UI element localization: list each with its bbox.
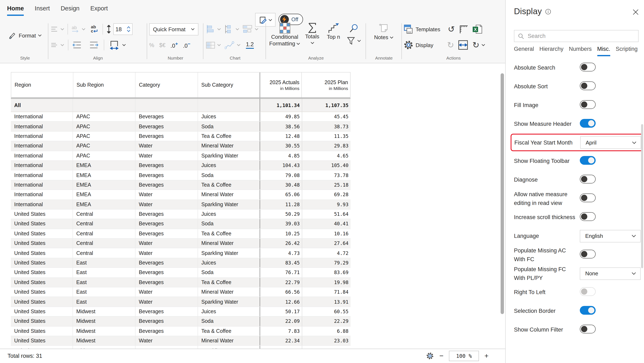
column-header-sub-category[interactable]: Sub Category <box>198 72 260 97</box>
font-size-spinner[interactable] <box>127 26 130 32</box>
display-button[interactable]: Display <box>404 40 433 50</box>
column-header-2025-plan[interactable]: 2025 Planin Millions <box>302 72 350 97</box>
table-row[interactable]: InternationalAPACWaterMineral Water30.55… <box>11 141 350 151</box>
table-row[interactable]: United StatesEastBeveragesJuices83.4579.… <box>11 258 350 268</box>
currency-format-button[interactable]: $€ <box>159 42 166 48</box>
totals-button[interactable]: Totals <box>302 22 323 44</box>
panel-tab-scripting[interactable]: Scripting <box>616 46 638 56</box>
table-row[interactable]: United StatesCentralBeveragesTea & Coffe… <box>11 229 350 239</box>
toggle-allow-native-measure-editing-in-read-view[interactable] <box>580 193 596 202</box>
table-row[interactable]: InternationalAPACBeveragesJuices49.8545.… <box>11 112 350 122</box>
table-row[interactable]: United StatesMidwestWaterSparkling Water… <box>11 346 350 349</box>
zoom-level-box[interactable]: 100 % <box>449 351 479 361</box>
table-row[interactable]: United StatesMidwestWaterMineral Water22… <box>11 336 350 346</box>
toggle-show-floating-toolbar[interactable] <box>580 156 596 165</box>
toggle-show-column-filter[interactable] <box>580 325 596 333</box>
toggle-populate-missing-ac-with-fc[interactable] <box>580 250 596 258</box>
font-size-input[interactable]: 18 <box>114 23 132 35</box>
tab-insert[interactable]: Insert <box>35 5 50 16</box>
column-header-region[interactable]: Region <box>11 72 73 97</box>
conditional-formatting-button[interactable]: Conditional Formatting <box>268 22 302 47</box>
bar-chart-type-button[interactable] <box>206 25 221 33</box>
table-layout-button[interactable] <box>206 41 221 48</box>
panel-tab-hierarchy[interactable]: Hierarchy <box>540 46 564 56</box>
notes-button[interactable]: Notes <box>368 22 400 41</box>
indent-increase-button[interactable] <box>89 41 99 49</box>
panel-scrollbar[interactable] <box>641 124 643 268</box>
table-row[interactable]: United StatesEastBeveragesTea & Coffee22… <box>11 278 350 287</box>
toggle-absolute-sort[interactable] <box>580 81 596 90</box>
vertical-align-button[interactable] <box>51 42 64 47</box>
excel-export-button[interactable]: X <box>472 24 482 34</box>
refresh-button[interactable]: ↻ <box>472 40 486 50</box>
panel-tab-numbers[interactable]: Numbers <box>569 46 592 56</box>
table-row[interactable]: United StatesEastWaterSparkling Water12.… <box>11 297 350 307</box>
panel-tab-misc[interactable]: Misc. <box>597 46 610 56</box>
search-data-button[interactable] <box>349 24 358 33</box>
table-row[interactable]: InternationalAPACBeveragesSoda38.5638.73 <box>11 122 350 132</box>
tab-design[interactable]: Design <box>61 5 80 16</box>
decrease-decimal-button[interactable]: .0− <box>183 41 190 49</box>
table-row[interactable]: United StatesCentralWaterMineral Water26… <box>11 239 350 249</box>
tab-home[interactable]: Home <box>7 5 24 16</box>
table-row[interactable]: United StatesMidwestBeveragesJuices50.17… <box>11 307 350 317</box>
table-row[interactable]: United StatesCentralBeveragesSoda39.0340… <box>11 219 350 229</box>
table-row[interactable]: InternationalEMEABeveragesSoda79.0873.78 <box>11 171 350 180</box>
waterfall-chart-type-button[interactable] <box>224 24 239 34</box>
filter-button[interactable] <box>347 37 361 45</box>
table-row[interactable]: InternationalEMEAWaterMineral Water65.06… <box>11 190 350 200</box>
table-row[interactable]: United StatesCentralBeveragesJuices50.29… <box>11 210 350 219</box>
toggle-show-measure-header[interactable] <box>580 119 596 127</box>
horizontal-align-button[interactable] <box>51 26 64 32</box>
close-panel-button[interactable] <box>633 9 638 15</box>
table-row[interactable]: United StatesCentralWaterSparkling Water… <box>11 249 350 258</box>
undo-button[interactable]: ↺ <box>448 24 455 34</box>
table-row[interactable]: InternationalEMEABeveragesJuices104.4310… <box>11 161 350 171</box>
indent-decrease-button[interactable] <box>72 41 82 49</box>
table-row[interactable]: United StatesEastWaterMineral Water66.56… <box>11 287 350 297</box>
dropdown-fiscal-year-start-month[interactable]: April <box>580 136 641 149</box>
zoom-in-button[interactable]: + <box>484 352 488 360</box>
line-chart-type-button[interactable] <box>225 41 240 49</box>
info-icon[interactable] <box>545 8 551 14</box>
row-height-button[interactable] <box>107 25 111 33</box>
toggle-diagnose[interactable] <box>580 175 596 183</box>
panel-tab-general[interactable]: General <box>514 46 534 56</box>
column-header-category[interactable]: Category <box>135 72 198 97</box>
wrap-text-button[interactable]: abc <box>90 24 99 34</box>
templates-button[interactable]: Templates <box>404 24 440 34</box>
table-scrollbar[interactable] <box>500 73 504 314</box>
table-row[interactable]: United StatesMidwestBeveragesTea & Coffe… <box>11 326 350 336</box>
column-header-sub-region[interactable]: Sub Region <box>73 72 135 97</box>
dropdown-populate-missing-fc-with-pl-py[interactable]: None <box>580 267 641 280</box>
settings-gear-button[interactable] <box>426 352 434 360</box>
zoom-out-button[interactable]: − <box>439 352 444 360</box>
small-multiples-button[interactable] <box>242 25 258 33</box>
toggle-selection-border[interactable] <box>580 306 596 315</box>
increase-decimal-button[interactable]: .0+ <box>170 41 178 49</box>
quick-format-dropdown[interactable]: Quick Format <box>149 23 198 35</box>
cell-padding-button[interactable] <box>109 39 126 50</box>
tab-export[interactable]: Export <box>90 5 108 16</box>
table-row[interactable]: United StatesMidwestBeveragesSoda22.0922… <box>11 317 350 326</box>
format-button[interactable]: Format <box>3 22 47 49</box>
top-n-button[interactable]: Top n <box>323 22 344 40</box>
decimals-button[interactable]: 1.2 <box>246 41 254 49</box>
table-total-row[interactable]: All1,101.341,107.35 <box>11 99 350 112</box>
table-row[interactable]: United StatesEastBeveragesSoda76.7183.69 <box>11 268 350 278</box>
text-overflow-button[interactable]: ab <box>71 25 86 33</box>
panel-search-box[interactable] <box>514 30 638 42</box>
table-row[interactable]: InternationalEMEAWaterSparkling Water11.… <box>11 200 350 210</box>
table-row[interactable]: InternationalAPACWaterSparkling Water4.8… <box>11 151 350 161</box>
search-input[interactable] <box>527 32 634 39</box>
toggle-absolute-search[interactable] <box>580 62 596 71</box>
table-row[interactable]: InternationalAPACBeveragesTea & Coffee12… <box>11 132 350 141</box>
redo-button[interactable]: ↻ <box>447 40 454 50</box>
toggle-increase-scroll-thickness[interactable] <box>580 212 596 221</box>
toggle-fill-image[interactable] <box>580 100 596 109</box>
table-row[interactable]: InternationalEMEABeveragesTea & Coffee30… <box>11 180 350 190</box>
resize-button[interactable] <box>459 24 468 34</box>
percent-format-button[interactable]: % <box>149 42 154 48</box>
dropdown-language[interactable]: English <box>580 230 641 242</box>
column-header-2025-actuals[interactable]: 2025 Actualsin Millions <box>260 72 302 97</box>
